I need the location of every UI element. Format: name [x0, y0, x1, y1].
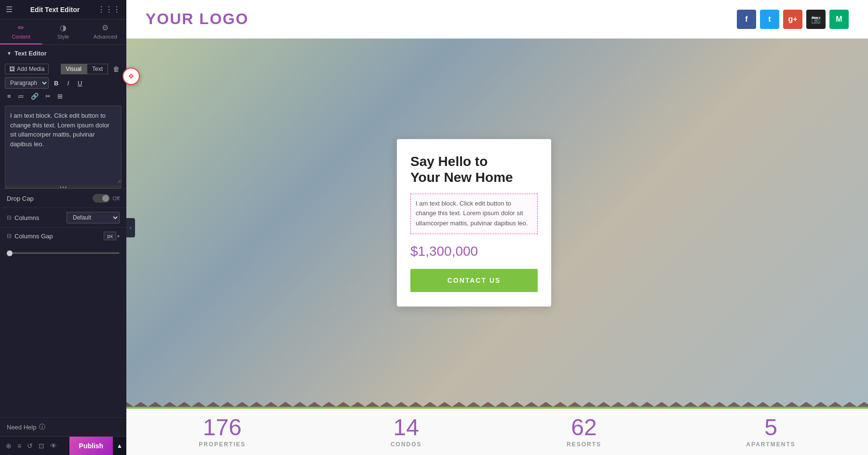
view-toggle: Visual Text: [61, 64, 108, 74]
stack-icon[interactable]: ≡: [15, 440, 23, 452]
tab-advanced[interactable]: ⚙ Advanced: [84, 19, 126, 44]
layers-icon[interactable]: ⊕: [4, 440, 14, 452]
columns-icon: ⊟: [7, 214, 12, 221]
stat-apartments: 5 APARTMENTS: [746, 416, 795, 448]
stat-number-apartments: 5: [764, 416, 777, 439]
paragraph-select[interactable]: Paragraph: [5, 77, 49, 89]
add-media-icon: 🖼: [9, 66, 15, 72]
columns-gap-row: ⊟ Columns Gap px ▾: [0, 227, 126, 244]
gap-slider[interactable]: [7, 252, 120, 254]
stat-label-resorts: RESORTS: [567, 441, 601, 448]
hero-card-text: I am text block. Click edit button to ch…: [410, 193, 538, 234]
tab-content[interactable]: ✏ Content: [0, 19, 42, 44]
panel-title: Edit Text Editor: [30, 6, 80, 14]
zigzag-divider: [126, 397, 868, 407]
facebook-icon[interactable]: f: [737, 10, 756, 29]
unit-dropdown-arrow[interactable]: ▾: [117, 234, 120, 239]
hero-card-title: Say Hello to Your New Home: [410, 153, 538, 186]
delete-button[interactable]: 🗑: [111, 64, 122, 74]
logo-highlight-text: LOGO: [199, 10, 248, 28]
stat-label-properties: PROPERTIES: [199, 441, 245, 448]
toggle-value: Off: [113, 195, 120, 201]
instagram-icon[interactable]: 📷: [806, 10, 826, 29]
stat-label-apartments: APARTMENTS: [746, 441, 795, 448]
text-content-input[interactable]: I am text block. Click edit button to ch…: [5, 106, 121, 183]
medium-icon[interactable]: M: [829, 10, 849, 29]
need-help-label: Need Help: [7, 424, 36, 431]
stats-section: 176 PROPERTIES 14 CONDOS 62 RESORTS 5 AP…: [126, 407, 868, 455]
hero-card-price: $1,300,000: [410, 244, 538, 259]
hero-title-line2: Your New Home: [410, 170, 513, 185]
stat-resorts: 62 RESORTS: [567, 416, 601, 448]
social-icons: f t g+ 📷 M: [737, 10, 849, 29]
stat-label-condos: CONDOS: [391, 441, 422, 448]
hamburger-icon[interactable]: ☰: [6, 5, 13, 14]
format-toolbar: Paragraph B I U: [5, 77, 122, 89]
resize-handle[interactable]: ⋯: [5, 185, 121, 188]
style-tab-label: Style: [57, 34, 69, 40]
panel-drag-handle[interactable]: ‹: [126, 218, 135, 237]
columns-label-text: Columns: [14, 214, 39, 221]
underline-button[interactable]: U: [74, 78, 85, 88]
text-editor-area: I am text block. Click edit button to ch…: [5, 106, 122, 189]
panel-footer: Need Help ⓘ: [0, 417, 126, 436]
move-handle[interactable]: [122, 68, 140, 85]
twitter-icon[interactable]: t: [760, 10, 779, 29]
columns-select[interactable]: Default: [67, 212, 120, 223]
grid-icon[interactable]: ⋮⋮⋮: [97, 5, 121, 14]
hero-section: Say Hello to Your New Home I am text blo…: [126, 39, 868, 407]
unordered-list-button[interactable]: ≡: [5, 92, 14, 101]
logo-pre-text: YOUR: [146, 10, 199, 28]
text-view-button[interactable]: Text: [87, 64, 108, 74]
preview-icon[interactable]: 👁: [48, 440, 59, 452]
add-media-label: Add Media: [17, 66, 44, 72]
visual-view-button[interactable]: Visual: [61, 64, 87, 74]
googleplus-icon[interactable]: g+: [783, 10, 802, 29]
stat-number-condos: 14: [393, 416, 419, 439]
hero-title-line1: Say Hello to: [410, 154, 488, 169]
link-button[interactable]: 🔗: [28, 92, 41, 101]
columns-label: ⊟ Columns: [7, 214, 39, 221]
section-label: Text Editor: [14, 50, 47, 57]
drop-cap-row: Drop Cap Off: [0, 189, 126, 207]
site-logo: YOUR LOGO: [146, 10, 249, 28]
slider-row: [0, 244, 126, 259]
panel-tabs: ✏ Content ◑ Style ⚙ Advanced: [0, 19, 126, 45]
left-panel: ☰ Edit Text Editor ⋮⋮⋮ ✏ Content ◑ Style…: [0, 0, 126, 455]
ordered-list-button[interactable]: ≔: [15, 92, 27, 101]
drop-cap-label: Drop Cap: [7, 195, 34, 202]
add-media-button[interactable]: 🖼 Add Media: [5, 64, 49, 74]
contact-us-button[interactable]: CONTACT US: [410, 269, 538, 292]
help-icon: ⓘ: [39, 423, 45, 431]
crop-icon[interactable]: ⊡: [37, 440, 46, 452]
italic-button[interactable]: I: [64, 78, 72, 88]
columns-row: ⊟ Columns Default: [0, 207, 126, 227]
drop-cap-toggle[interactable]: Off: [93, 194, 120, 203]
need-help-link[interactable]: Need Help ⓘ: [7, 423, 120, 431]
bottom-icons: ⊕ ≡ ↺ ⊡ 👁: [0, 440, 63, 452]
table-button[interactable]: ⊞: [55, 92, 65, 101]
content-tab-icon: ✏: [18, 23, 24, 32]
toggle-thumb: [102, 195, 109, 202]
columns-gap-label: ⊟ Columns Gap: [7, 233, 53, 240]
unlink-button[interactable]: ✂: [43, 92, 53, 101]
stat-number-resorts: 62: [571, 416, 597, 439]
tab-style[interactable]: ◑ Style: [42, 19, 84, 44]
hero-card: Say Hello to Your New Home I am text blo…: [397, 139, 551, 307]
columns-gap-label-text: Columns Gap: [14, 233, 53, 240]
panel-header: ☰ Edit Text Editor ⋮⋮⋮: [0, 0, 126, 19]
publish-button[interactable]: Publish: [69, 437, 113, 455]
bottom-bar: ⊕ ≡ ↺ ⊡ 👁 Publish ▲: [0, 436, 126, 455]
bold-button[interactable]: B: [51, 78, 62, 88]
stat-number-properties: 176: [203, 416, 242, 439]
text-editor-section-header[interactable]: ▼ Text Editor: [0, 45, 126, 62]
right-content: YOUR LOGO f t g+ 📷 M Say Hello to Your N…: [126, 0, 868, 455]
history-icon[interactable]: ↺: [25, 440, 35, 452]
editor-toolbar: 🖼 Add Media Visual Text 🗑 Paragraph B I …: [0, 62, 126, 106]
publish-dropdown-button[interactable]: ▲: [113, 437, 126, 455]
columns-gap-icon: ⊟: [7, 233, 12, 239]
stat-condos: 14 CONDOS: [391, 416, 422, 448]
panel-body: ▼ Text Editor 🖼 Add Media Visual Text 🗑 …: [0, 45, 126, 455]
advanced-tab-icon: ⚙: [102, 23, 108, 32]
toggle-track[interactable]: [93, 194, 110, 203]
